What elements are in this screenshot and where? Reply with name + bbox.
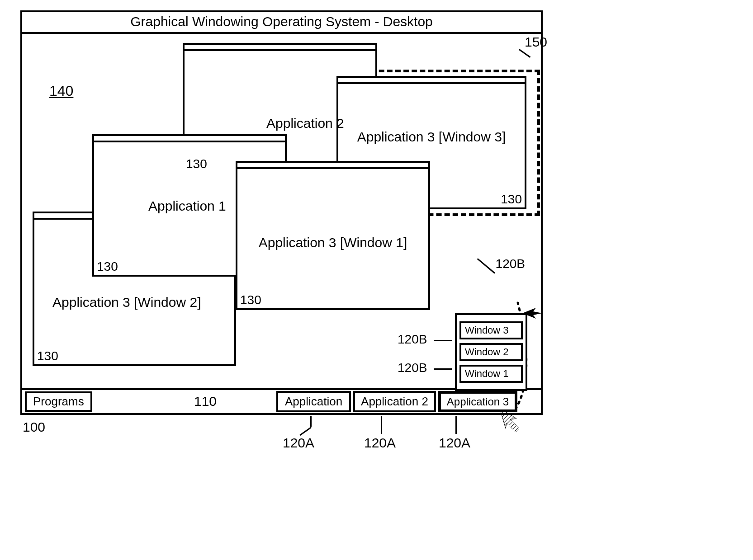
window-app3-w1-titlebar[interactable]	[237, 163, 428, 169]
ref-120a-1: 120A	[283, 435, 314, 451]
ref-130-w1: 130	[240, 293, 261, 307]
window-app3-w1-label: Application 3 [Window 1]	[259, 235, 407, 250]
leader-120a-2	[381, 416, 382, 434]
ref-120b-bot: 120B	[398, 361, 427, 375]
programs-button[interactable]: Programs	[25, 391, 92, 412]
window-app1-titlebar[interactable]	[94, 136, 285, 142]
window-app3-w2-label: Application 3 [Window 2]	[52, 295, 201, 310]
ref-120a-3: 120A	[439, 435, 470, 451]
window-app2-titlebar[interactable]	[185, 45, 375, 51]
os-title: Graphical Windowing Operating System - D…	[22, 12, 541, 31]
inner-frame: 140 Application 2 Application 3 [Window …	[22, 32, 541, 413]
diagram-canvas: Graphical Windowing Operating System - D…	[0, 0, 753, 560]
ref-130-w3: 130	[501, 192, 522, 207]
leader-120b-mid	[434, 340, 452, 341]
desktop-area[interactable]: 140 Application 2 Application 3 [Window …	[22, 34, 541, 388]
taskbar-item-app1[interactable]: Application	[276, 391, 351, 412]
popup-item-window1[interactable]: Window 1	[459, 365, 523, 383]
ref-130-app1: 130	[97, 259, 118, 274]
taskbar-item-app2[interactable]: Application 2	[353, 391, 436, 412]
taskbar[interactable]: Programs 110 Application Application 2 A…	[22, 388, 541, 413]
window-app3-w3-label: Application 3 [Window 3]	[357, 129, 506, 145]
window-list-popup[interactable]: Window 3 Window 2 Window 1	[455, 313, 527, 391]
popup-item-window2[interactable]: Window 2	[459, 343, 523, 361]
leader-120b-top	[477, 258, 495, 273]
window-app1-label: Application 1	[148, 198, 226, 214]
ref-110: 110	[194, 394, 217, 409]
ref-100: 100	[23, 419, 45, 435]
cursor-solid-icon	[522, 303, 542, 323]
window-app2-label: Application 2	[266, 116, 344, 131]
ref-120b-mid: 120B	[398, 332, 427, 347]
svg-marker-0	[522, 308, 542, 319]
popup-item-window3[interactable]: Window 3	[459, 321, 523, 339]
leader-120a-1d	[300, 427, 312, 436]
ref-120a-2: 120A	[364, 435, 396, 451]
outer-frame: Graphical Windowing Operating System - D…	[20, 10, 543, 415]
window-app3-w3-titlebar[interactable]	[338, 78, 525, 84]
ref-130-app2: 130	[186, 157, 207, 171]
window-app3-w1[interactable]: Application 3 [Window 1] 130	[236, 161, 430, 310]
taskbar-item-app3[interactable]: Application 3	[438, 391, 517, 412]
leader-120a-1v	[310, 416, 312, 427]
ref-140: 140	[49, 83, 73, 99]
leader-120a-3	[455, 416, 457, 434]
ref-150: 150	[525, 34, 547, 50]
ref-130-w2: 130	[37, 349, 58, 363]
ref-120b-top: 120B	[496, 257, 525, 271]
leader-120b-bot	[434, 368, 452, 370]
